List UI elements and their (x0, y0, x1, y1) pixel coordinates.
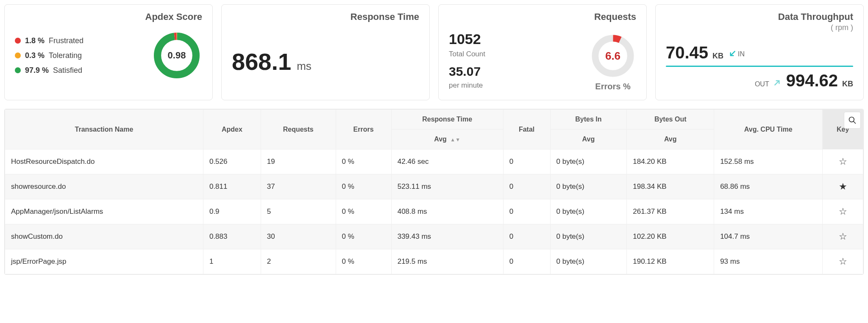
apdex-donut: 0.98 (151, 30, 202, 81)
table-cell: 1 (203, 249, 261, 274)
apdex-score-value: 0.98 (151, 30, 202, 81)
apdex-card: Apdex Score 1.8 % Frustrated 0.3 % Toler… (4, 4, 213, 100)
col-fatal[interactable]: Fatal (503, 110, 550, 149)
table-cell: 5 (261, 199, 336, 224)
col-bytes-out-avg[interactable]: Avg (627, 130, 714, 149)
table-cell: AppManager/json/ListAlarms (5, 199, 203, 224)
col-errors[interactable]: Errors (336, 110, 391, 149)
table-cell: 261.37 KB (627, 199, 714, 224)
table-cell: 152.58 ms (714, 149, 823, 174)
response-time-unit: ms (297, 60, 312, 72)
key-cell: ☆ (823, 149, 863, 174)
table-cell: 19 (261, 149, 336, 174)
table-cell: 0 (503, 224, 550, 249)
table-row[interactable]: HostResourceDispatch.do0.526190 %42.46 s… (5, 149, 863, 174)
star-icon[interactable]: ☆ (839, 256, 847, 267)
col-response-avg[interactable]: Avg ▲▼ (391, 130, 503, 149)
table-cell: jsp/ErrorPage.jsp (5, 249, 203, 274)
legend-label: Frustrated (49, 36, 83, 45)
table-cell: 190.12 KB (627, 249, 714, 274)
legend-label: Tolerating (49, 51, 82, 60)
response-time-title: Response Time (232, 11, 419, 22)
table-cell: 523.11 ms (391, 174, 503, 199)
legend-pct: 97.9 % (25, 66, 49, 75)
star-icon[interactable]: ☆ (839, 206, 847, 217)
requests-total: 1052 (449, 31, 485, 47)
legend-satisfied: 97.9 % Satisfied (15, 66, 83, 75)
table-cell: 104.7 ms (714, 224, 823, 249)
col-bytes-out[interactable]: Bytes Out (627, 110, 714, 130)
dot-icon (15, 38, 21, 44)
table-row[interactable]: showCustom.do0.883300 %339.43 ms00 byte(… (5, 224, 863, 249)
table-cell: 0.811 (203, 174, 261, 199)
table-cell: 0 (503, 249, 550, 274)
response-time-card: Response Time 868.1 ms (221, 4, 430, 100)
table-cell: 0 byte(s) (550, 249, 627, 274)
throughput-card: Data Throughput ( rpm ) 70.45 KB IN OUT (655, 4, 864, 100)
legend-pct: 0.3 % (25, 51, 45, 60)
requests-title: Requests (449, 11, 636, 22)
table-row[interactable]: AppManager/json/ListAlarms0.950 %408.8 m… (5, 199, 863, 224)
table-cell: 0.526 (203, 149, 261, 174)
table-cell: 0 (503, 174, 550, 199)
arrow-in-icon (728, 50, 736, 58)
legend-pct: 1.8 % (25, 36, 45, 45)
table-cell: 219.5 ms (391, 249, 503, 274)
table-cell: 0 byte(s) (550, 199, 627, 224)
table-cell: 0 % (336, 224, 391, 249)
table-cell: HostResourceDispatch.do (5, 149, 203, 174)
table-cell: 0 % (336, 249, 391, 274)
table-row[interactable]: showresource.do0.811370 %523.11 ms00 byt… (5, 174, 863, 199)
search-icon (848, 116, 857, 124)
legend-label: Satisfied (53, 66, 82, 75)
col-bytes-in-avg[interactable]: Avg (550, 130, 627, 149)
legend-frustrated: 1.8 % Frustrated (15, 36, 83, 45)
table-cell: 37 (261, 174, 336, 199)
col-bytes-in[interactable]: Bytes In (550, 110, 627, 130)
requests-permin: 35.07 (449, 64, 485, 79)
table-cell: 0 (503, 149, 550, 174)
col-cpu[interactable]: Avg. CPU Time (714, 110, 823, 149)
col-requests[interactable]: Requests (261, 110, 336, 149)
table-cell: showCustom.do (5, 224, 203, 249)
key-cell: ☆ (823, 249, 863, 274)
dot-icon (15, 67, 21, 73)
dot-icon (15, 52, 21, 58)
col-response-time[interactable]: Response Time (391, 110, 503, 130)
svg-line-7 (854, 121, 856, 124)
search-button[interactable] (844, 112, 861, 129)
table-row[interactable]: jsp/ErrorPage.jsp120 %219.5 ms00 byte(s)… (5, 249, 863, 274)
star-icon[interactable]: ☆ (839, 156, 847, 167)
table-cell: 184.20 KB (627, 149, 714, 174)
col-apdex[interactable]: Apdex (203, 110, 261, 149)
star-icon[interactable]: ☆ (839, 231, 847, 242)
apdex-title: Apdex Score (15, 11, 202, 22)
throughput-out-value: 994.62 (786, 71, 838, 90)
key-cell: ★ (823, 174, 863, 199)
key-cell: ☆ (823, 224, 863, 249)
transactions-table: Transaction Name Apdex Requests Errors R… (5, 109, 863, 274)
throughput-out-unit: KB (842, 80, 853, 88)
apdex-legend: 1.8 % Frustrated 0.3 % Tolerating 97.9 %… (15, 36, 83, 75)
star-icon[interactable]: ★ (839, 181, 847, 192)
col-response-avg-label: Avg (434, 135, 447, 143)
errors-label: Errors % (590, 82, 636, 91)
table-cell: 198.34 KB (627, 174, 714, 199)
throughput-in-unit: KB (712, 52, 723, 61)
legend-tolerating: 0.3 % Tolerating (15, 51, 83, 60)
arrow-out-icon (773, 78, 782, 86)
throughput-out-label: OUT (755, 80, 769, 88)
sort-icon: ▲▼ (450, 137, 460, 143)
table-cell: 30 (261, 224, 336, 249)
table-cell: 68.86 ms (714, 174, 823, 199)
key-cell: ☆ (823, 199, 863, 224)
throughput-divider (666, 66, 853, 67)
table-cell: 2 (261, 249, 336, 274)
throughput-in-label: IN (738, 50, 745, 58)
table-cell: 408.8 ms (391, 199, 503, 224)
table-cell: 0 byte(s) (550, 174, 627, 199)
errors-value: 6.6 (590, 33, 636, 79)
col-transaction[interactable]: Transaction Name (5, 110, 203, 149)
table-cell: 134 ms (714, 199, 823, 224)
table-cell: 0 byte(s) (550, 224, 627, 249)
